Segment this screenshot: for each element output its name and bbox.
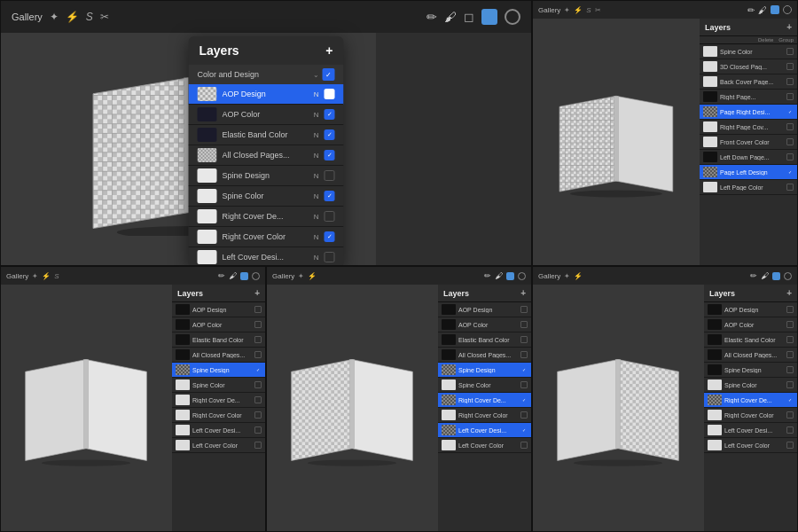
layer-vis[interactable] (520, 366, 528, 373)
t1[interactable]: ✦ (298, 272, 304, 280)
layer-vis[interactable] (786, 93, 794, 100)
layer-visibility[interactable] (325, 89, 335, 99)
gallery-label[interactable]: Gallery (272, 272, 294, 280)
layer-visibility[interactable] (325, 150, 335, 160)
layer-vis[interactable] (254, 321, 262, 328)
delete-label[interactable]: Delete (758, 37, 773, 43)
tool-icon-2[interactable]: ⚡ (66, 11, 79, 23)
layer-item[interactable]: All Closed Pages... N (189, 145, 344, 166)
layer-row[interactable]: Page Left Design (700, 165, 797, 180)
layer-vis[interactable] (254, 336, 262, 343)
layer-vis[interactable] (786, 366, 794, 373)
layer-row[interactable]: Spine Color (700, 44, 797, 59)
layer-vis[interactable] (254, 426, 262, 434)
pen-icon[interactable]: ✏ (750, 271, 757, 280)
gallery-label[interactable]: Gallery (538, 6, 560, 14)
layer-item[interactable]: Right Cover De... N (189, 207, 344, 227)
tool-icon-3[interactable]: S (86, 11, 93, 23)
brush-icon[interactable]: 🖌 (761, 271, 769, 280)
layer-row[interactable]: Page Right Desi... (700, 105, 797, 120)
pen-icon[interactable]: ✏ (218, 271, 225, 280)
layer-vis[interactable] (520, 396, 528, 403)
layer-visibility[interactable] (325, 109, 335, 120)
layer-vis[interactable] (254, 306, 262, 313)
layer-item[interactable]: Spine Color N (189, 186, 344, 207)
color-circle[interactable] (518, 272, 526, 280)
layer-vis[interactable] (786, 381, 794, 388)
brush-icon[interactable]: 🖌 (495, 271, 503, 280)
color-swatch[interactable] (240, 272, 248, 280)
layer-item[interactable]: Elastic Band Color N (189, 125, 344, 145)
layer-row[interactable]: Right Cover Color (172, 408, 265, 423)
layer-vis[interactable] (520, 411, 528, 419)
add-layer-btn[interactable]: + (786, 288, 792, 298)
layer-vis[interactable] (520, 321, 528, 328)
layer-item[interactable]: Spine Design N (189, 166, 344, 186)
t1[interactable]: ✦ (32, 272, 38, 280)
layer-row[interactable]: Spine Color (438, 378, 531, 393)
add-layer-btn[interactable]: + (254, 288, 260, 298)
layer-vis[interactable] (254, 442, 262, 449)
layer-item[interactable]: AOP Design N (189, 84, 344, 105)
layer-vis[interactable] (786, 48, 794, 55)
t2[interactable]: ⚡ (308, 272, 317, 280)
layer-vis[interactable] (786, 321, 794, 328)
layer-vis[interactable] (254, 396, 262, 403)
brush-icon[interactable]: 🖌 (758, 5, 767, 15)
layer-vis[interactable] (786, 168, 794, 176)
gallery-label[interactable]: Gallery (12, 12, 43, 22)
layer-row[interactable]: AOP Color (704, 317, 797, 332)
layer-row[interactable]: Right Cover Color (704, 408, 797, 423)
layer-visibility[interactable] (325, 231, 335, 242)
layer-visibility[interactable] (325, 170, 335, 181)
color-swatch[interactable] (506, 272, 514, 280)
group-label[interactable]: Group (778, 37, 794, 43)
layer-row[interactable]: Front Cover Color (700, 135, 797, 150)
layer-row[interactable]: Left Cover Desi... (704, 423, 797, 438)
layer-row[interactable]: Right Cover De... (438, 393, 531, 408)
layer-row[interactable]: AOP Design (172, 302, 265, 317)
layer-vis[interactable] (254, 351, 262, 358)
layer-row[interactable]: AOP Color (438, 317, 531, 332)
pen-icon[interactable]: ✏ (484, 271, 491, 280)
t4[interactable]: ✂ (595, 6, 601, 14)
layer-row[interactable]: Left Cover Desi... (172, 423, 265, 438)
layer-row[interactable]: All Closed Pages... (704, 348, 797, 363)
layer-vis[interactable] (786, 63, 794, 70)
layer-row[interactable]: Spine Design (438, 363, 531, 378)
layer-row[interactable]: Spine Color (704, 378, 797, 393)
layer-row[interactable]: 3D Closed Pag... (700, 59, 797, 74)
layer-row[interactable]: Left Page Color (700, 180, 797, 195)
layer-vis[interactable] (520, 306, 528, 313)
layer-visibility[interactable] (325, 191, 335, 201)
color-swatch[interactable] (771, 5, 779, 14)
gallery-label[interactable]: Gallery (538, 272, 560, 280)
layer-vis[interactable] (786, 306, 794, 313)
layer-row[interactable]: Elastic Sand Color (704, 332, 797, 348)
color-circle[interactable] (505, 9, 520, 25)
layer-vis[interactable] (786, 184, 794, 191)
pen-icon[interactable]: ✏ (747, 5, 755, 15)
color-circle[interactable] (783, 5, 792, 14)
layer-row[interactable]: Elastic Band Color (438, 332, 531, 348)
layer-vis[interactable] (786, 396, 794, 403)
layer-row[interactable]: AOP Design (438, 302, 531, 317)
add-layer-btn[interactable]: + (520, 288, 526, 298)
color-swatch[interactable] (481, 9, 497, 25)
tool-icon-4[interactable]: ✂ (100, 11, 109, 23)
layer-row[interactable]: Left Cover Color (704, 438, 797, 453)
layer-row[interactable]: Left Cover Color (438, 438, 531, 453)
layer-vis[interactable] (786, 442, 794, 449)
layer-row[interactable]: Right Cover De... (704, 393, 797, 408)
layer-row[interactable]: Left Cover Desi... (438, 423, 531, 438)
layer-vis[interactable] (786, 138, 794, 145)
t3[interactable]: S (54, 272, 59, 280)
layer-vis[interactable] (786, 351, 794, 358)
layer-row[interactable]: Left Cover Color (172, 438, 265, 453)
color-circle[interactable] (784, 272, 792, 280)
layer-row[interactable]: Right Cover De... (172, 393, 265, 408)
layer-row[interactable]: Left Down Page... (700, 150, 797, 165)
layer-item[interactable]: Left Cover Desi... N (189, 247, 344, 266)
layer-row[interactable]: Spine Design (704, 363, 797, 378)
color-circle[interactable] (252, 272, 260, 280)
